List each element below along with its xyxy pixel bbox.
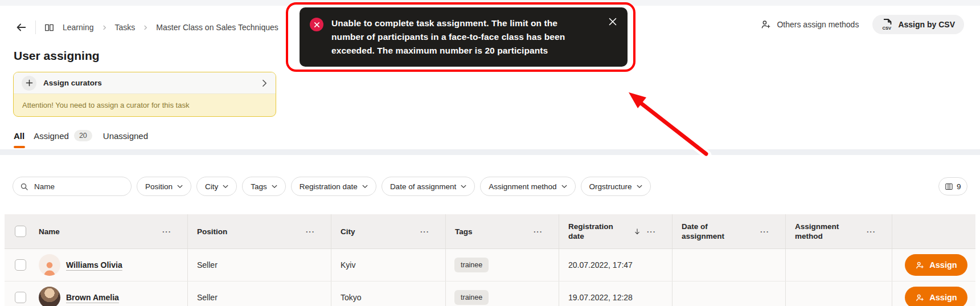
select-all-checkbox[interactable] xyxy=(15,226,26,237)
chevron-down-icon xyxy=(561,185,567,189)
assign-button[interactable]: Assign xyxy=(905,287,967,306)
others-assign-methods-label: Others assign methods xyxy=(777,20,859,29)
cell-city: Kyiv xyxy=(341,260,355,270)
assign-by-csv-label: Assign by CSV xyxy=(898,20,955,29)
csv-icon-text: CSV xyxy=(883,26,891,31)
cell-city: Tokyo xyxy=(341,293,362,302)
tag-badge: trainee xyxy=(454,290,489,305)
chevron-down-icon xyxy=(177,185,183,189)
error-icon xyxy=(310,18,323,31)
assign-button-label: Assign xyxy=(929,293,957,302)
users-table: Name ··· Position ··· City ··· Tags ··· … xyxy=(5,214,975,306)
cell-registration-date: 19.07.2022, 12:28 xyxy=(568,293,633,302)
column-menu-icon[interactable]: ··· xyxy=(647,227,656,236)
column-header-position[interactable]: Position xyxy=(197,227,227,236)
column-menu-icon[interactable]: ··· xyxy=(867,227,876,236)
assigned-count-badge: 20 xyxy=(74,130,92,141)
column-header-actions xyxy=(892,214,975,248)
curator-warning-text: Attention! You need to assign a curator … xyxy=(14,94,276,109)
assign-curators-button[interactable]: Assign curators xyxy=(14,72,276,94)
chevron-down-icon xyxy=(362,185,368,189)
assign-button[interactable]: Assign xyxy=(905,254,967,276)
user-name-link[interactable]: Williams Olivia xyxy=(66,260,122,270)
filter-orgstructure[interactable]: Orgstructure xyxy=(581,177,651,196)
column-menu-icon[interactable]: ··· xyxy=(534,227,543,236)
avatar xyxy=(39,287,60,306)
table-header-row: Name ··· Position ··· City ··· Tags ··· … xyxy=(5,214,975,249)
filter-city-label: City xyxy=(205,182,218,191)
column-menu-icon[interactable]: ··· xyxy=(760,227,769,236)
column-header-city[interactable]: City xyxy=(341,227,355,236)
others-assign-methods-button[interactable]: Others assign methods xyxy=(760,19,859,30)
assign-button-label: Assign xyxy=(929,260,957,270)
row-checkbox[interactable] xyxy=(15,292,26,303)
search-input[interactable] xyxy=(33,182,121,191)
breadcrumb-separator-icon xyxy=(102,25,107,31)
toast-close-button[interactable] xyxy=(608,17,617,26)
plus-icon xyxy=(22,76,36,91)
toast-message: Unable to complete task assignment. The … xyxy=(331,17,577,58)
back-button[interactable] xyxy=(15,21,27,34)
filter-position[interactable]: Position xyxy=(137,177,191,196)
book-icon xyxy=(44,22,55,33)
annotation-arrow xyxy=(620,84,716,161)
chevron-down-icon xyxy=(461,185,466,189)
user-assigning-page: Learning Tasks Master Class on Sales Tec… xyxy=(0,0,980,306)
column-header-assignment-method[interactable]: Assignment method xyxy=(795,222,852,241)
assign-by-csv-button[interactable]: CSV Assign by CSV xyxy=(872,15,964,34)
column-header-registration-date[interactable]: Registration date xyxy=(568,222,618,241)
section-divider xyxy=(0,149,980,155)
filter-tags[interactable]: Tags xyxy=(242,177,286,196)
column-header-name[interactable]: Name xyxy=(39,227,60,236)
filter-position-label: Position xyxy=(145,182,173,191)
csv-file-icon: CSV xyxy=(881,18,893,31)
column-menu-icon[interactable]: ··· xyxy=(162,227,171,236)
user-name-link[interactable]: Brown Amelia xyxy=(66,293,119,302)
person-plus-icon xyxy=(760,19,772,30)
filter-orgstructure-label: Orgstructure xyxy=(589,182,632,191)
chevron-down-icon xyxy=(272,185,277,189)
filter-date-of-assignment-label: Date of assignment xyxy=(390,182,456,191)
cell-registration-date: 20.07.2022, 17:47 xyxy=(568,260,633,270)
cell-position: Seller xyxy=(197,293,218,302)
table-row: Williams Olivia Seller Kyiv trainee 20.0… xyxy=(5,249,975,281)
table-row: Brown Amelia Seller Tokyo trainee 19.07.… xyxy=(5,281,975,306)
tag-badge: trainee xyxy=(454,258,489,272)
person-plus-icon xyxy=(915,260,925,270)
search-icon xyxy=(20,182,28,191)
column-header-date-of-assignment[interactable]: Date of assignment xyxy=(682,222,736,241)
chevron-down-icon xyxy=(637,185,642,189)
breadcrumb-item-current: Master Class on Sales Techniques xyxy=(156,23,278,32)
filter-tags-label: Tags xyxy=(251,182,267,191)
error-toast: Unable to complete task assignment. The … xyxy=(300,7,628,67)
filter-assignment-method[interactable]: Assignment method xyxy=(480,177,575,196)
cell-position: Seller xyxy=(197,260,218,270)
active-tab-indicator xyxy=(14,146,25,148)
curator-banner: Assign curators Attention! You need to a… xyxy=(13,72,276,117)
breadcrumb-separator-icon xyxy=(143,25,148,31)
page-title: User assigning xyxy=(14,49,100,63)
filter-registration-date[interactable]: Registration date xyxy=(291,177,376,196)
divider xyxy=(35,21,36,34)
tab-all[interactable]: All xyxy=(14,131,24,141)
assign-curators-label: Assign curators xyxy=(43,79,102,87)
columns-settings-button[interactable]: 9 xyxy=(938,177,967,195)
column-menu-icon[interactable]: ··· xyxy=(420,227,429,236)
avatar xyxy=(39,254,60,276)
tab-assigned[interactable]: Assigned xyxy=(34,131,69,141)
row-checkbox[interactable] xyxy=(15,259,26,271)
name-search-field[interactable] xyxy=(13,177,132,196)
breadcrumb-item-learning[interactable]: Learning xyxy=(63,23,94,32)
columns-count: 9 xyxy=(957,182,961,191)
filter-registration-date-label: Registration date xyxy=(300,182,358,191)
chevron-down-icon xyxy=(223,185,228,189)
filter-assignment-method-label: Assignment method xyxy=(489,182,556,191)
sort-descending-icon[interactable] xyxy=(633,227,641,236)
column-header-tags[interactable]: Tags xyxy=(455,227,473,236)
filter-city[interactable]: City xyxy=(196,177,237,196)
column-menu-icon[interactable]: ··· xyxy=(306,227,315,236)
tab-unassigned[interactable]: Unassigned xyxy=(103,131,148,141)
breadcrumb-item-tasks[interactable]: Tasks xyxy=(115,23,136,32)
filter-date-of-assignment[interactable]: Date of assignment xyxy=(382,177,475,196)
columns-icon xyxy=(945,182,953,191)
